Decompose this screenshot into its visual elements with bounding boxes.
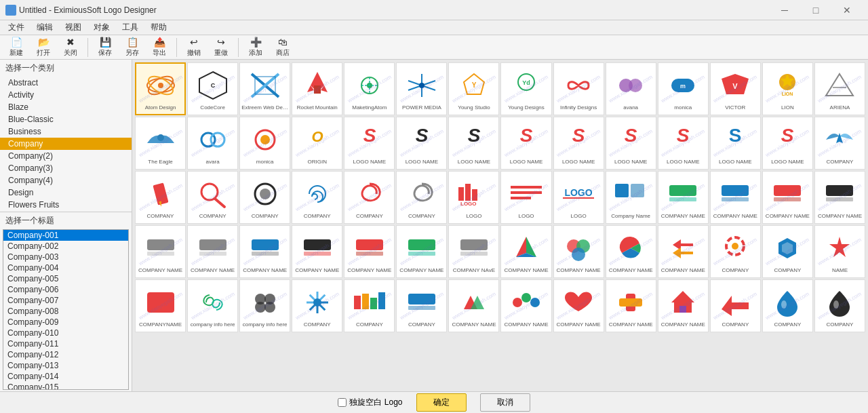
minimize-button[interactable]: ─: [769, 0, 800, 20]
category-item-Company[interactable]: Company: [0, 138, 132, 150]
category-item-Business[interactable]: Business: [0, 125, 132, 138]
logo-cell[interactable]: Infinity Designswww.xiaoyegah.com: [553, 62, 604, 115]
logo-cell[interactable]: COMPANYwww.xiaoyegah.com: [710, 279, 761, 332]
logo-cell[interactable]: COMPANYwww.xiaoyegah.com: [292, 171, 342, 224]
logo-cell[interactable]: COMPANY NAMEwww.xiaoyegah.com: [239, 225, 290, 278]
logo-cell[interactable]: COMPANY NAMEwww.xiaoyegah.com: [710, 171, 761, 224]
category-item-Company(3)[interactable]: Company(3): [0, 162, 132, 174]
maximize-button[interactable]: □: [800, 0, 831, 20]
name-item-Company-015[interactable]: Company-015: [3, 382, 128, 390]
logo-cell[interactable]: SLOGO NAMEwww.xiaoyegah.com: [396, 117, 447, 170]
logo-cell[interactable]: YdYoung Designswww.xiaoyegah.com: [500, 62, 551, 115]
toolbar-btn-重做[interactable]: ↪重做: [209, 37, 233, 58]
logo-cell[interactable]: COMPANY NAMEwww.xiaoyegah.com: [553, 279, 604, 332]
logo-cell[interactable]: COMPANY NAMEwww.xiaoyegah.com: [762, 171, 813, 224]
name-item-Company-012[interactable]: Company-012: [3, 349, 128, 360]
logo-cell[interactable]: LIONLIONwww.xiaoyegah.com: [762, 62, 813, 115]
menu-item-视图[interactable]: 视图: [60, 20, 87, 35]
menu-item-帮助[interactable]: 帮助: [145, 20, 172, 35]
logo-cell[interactable]: SLOGO NAMEwww.xiaoyegah.com: [344, 117, 395, 170]
blank-logo-checkbox[interactable]: [338, 398, 347, 407]
category-item-Company(2)[interactable]: Company(2): [0, 150, 132, 162]
logo-cell[interactable]: COMPANYwww.xiaoyegah.com: [762, 279, 813, 332]
logo-cell[interactable]: COMPANY NAMEwww.xiaoyegah.com: [448, 279, 499, 332]
logo-cell[interactable]: SLOGO NAMEwww.xiaoyegah.com: [500, 117, 551, 170]
menu-item-工具[interactable]: 工具: [117, 20, 144, 35]
name-item-Company-007[interactable]: Company-007: [3, 295, 128, 306]
menu-item-对象[interactable]: 对象: [88, 20, 115, 35]
logo-cell[interactable]: LOGOLOGOwww.xiaoyegah.com: [448, 171, 499, 224]
logo-cell[interactable]: COMPANY NAMEwww.xiaoyegah.com: [500, 279, 551, 332]
name-item-Company-001[interactable]: Company-001: [3, 230, 128, 241]
logo-cell[interactable]: SLOGO NAMEwww.xiaoyegah.com: [710, 117, 761, 170]
toolbar-btn-导出[interactable]: 📤导出: [147, 37, 172, 58]
logo-cell[interactable]: SLOGO NAMEwww.xiaoyegah.com: [658, 117, 709, 170]
logo-cell[interactable]: COMPANYwww.xiaoyegah.com: [187, 171, 238, 224]
logo-cell[interactable]: COMPANY NAMEwww.xiaoyegah.com: [553, 225, 604, 278]
name-item-Company-008[interactable]: Company-008: [3, 306, 128, 317]
name-item-Company-011[interactable]: Company-011: [3, 338, 128, 349]
logo-cell[interactable]: COMPANYwww.xiaoyegah.com: [344, 171, 395, 224]
category-item-Blaze[interactable]: Blaze: [0, 101, 132, 113]
toolbar-btn-保存[interactable]: 💾保存: [93, 37, 117, 58]
content-area[interactable]: Atom Designwww.xiaoyegah.com CCodeCoreww…: [132, 60, 868, 391]
toolbar-btn-撤销[interactable]: ↩撤销: [182, 37, 206, 58]
logo-cell[interactable]: company info herewww.xiaoyegah.com: [239, 279, 290, 332]
logo-cell[interactable]: ARIENAwww.xiaoyegah.com: [814, 62, 865, 115]
logo-cell[interactable]: COMPANYwww.xiaoyegah.com: [762, 225, 813, 278]
logo-cell[interactable]: SLOGO NAMEwww.xiaoyegah.com: [448, 117, 499, 170]
name-item-Company-014[interactable]: Company-014: [3, 371, 128, 382]
category-item-Design[interactable]: Design: [0, 186, 132, 199]
logo-cell[interactable]: CCodeCorewww.xiaoyegah.com: [187, 62, 238, 115]
logo-cell[interactable]: COMPANY NAMEwww.xiaoyegah.com: [187, 225, 238, 278]
name-item-Company-005[interactable]: Company-005: [3, 273, 128, 284]
logo-cell[interactable]: monicawww.xiaoyegah.com: [239, 117, 290, 170]
logo-cell[interactable]: COMPANY NAvEwww.xiaoyegah.com: [448, 225, 499, 278]
logo-cell[interactable]: Atom Designwww.xiaoyegah.com: [135, 62, 186, 115]
logo-cell[interactable]: COMPANY NAMEwww.xiaoyegah.com: [658, 225, 709, 278]
category-item-Blue-Classic[interactable]: Blue-Classic: [0, 113, 132, 125]
toolbar-btn-关闭[interactable]: ✖关闭: [58, 37, 83, 58]
footer-checkbox-label[interactable]: 独旋空白 Logo: [338, 397, 402, 408]
logo-cell[interactable]: COMPANYwww.xiaoyegah.com: [396, 171, 447, 224]
logo-cell[interactable]: MaketingAtomwww.xiaoyegah.com: [344, 62, 395, 115]
logo-cell[interactable]: COMPANY NAMEwww.xiaoyegah.com: [500, 225, 551, 278]
logo-cell[interactable]: mmonicawww.xiaoyegah.com: [658, 62, 709, 115]
logo-cell[interactable]: Company Namewww.xiaoyegah.com: [606, 171, 656, 224]
toolbar-btn-另存[interactable]: 📋另存: [120, 37, 144, 58]
confirm-button[interactable]: 确定: [416, 393, 467, 412]
name-item-Company-009[interactable]: Company-009: [3, 317, 128, 328]
logo-cell[interactable]: COMPANYNAMEwww.xiaoyegah.com: [135, 279, 186, 332]
logo-cell[interactable]: POWER MEDIAwww.xiaoyegah.com: [396, 62, 447, 115]
logo-cell[interactable]: LOGOwww.xiaoyegah.com: [500, 171, 551, 224]
menu-item-编辑[interactable]: 编辑: [31, 20, 58, 35]
name-list[interactable]: Company-001Company-002Company-003Company…: [3, 229, 129, 390]
logo-cell[interactable]: NAMEwww.xiaoyegah.com: [814, 225, 865, 278]
category-item-Company(4)[interactable]: Company(4): [0, 174, 132, 186]
logo-cell[interactable]: avanawww.xiaoyegah.com: [606, 62, 656, 115]
logo-cell[interactable]: COMPANY NAMEwww.xiaoyegah.com: [135, 225, 186, 278]
logo-cell[interactable]: COMPANY NAMEwww.xiaoyegah.com: [606, 279, 656, 332]
logo-cell[interactable]: COMPANY NAMEwww.xiaoyegah.com: [814, 171, 865, 224]
logo-cell[interactable]: COMPANYwww.xiaoyegah.com: [344, 279, 395, 332]
toolbar-btn-商店[interactable]: 🛍商店: [271, 37, 295, 58]
logo-cell[interactable]: COMPANYwww.xiaoyegah.com: [814, 117, 865, 170]
logo-cell[interactable]: SLOGO NAMEwww.xiaoyegah.com: [606, 117, 656, 170]
logo-cell[interactable]: COMPANYwww.xiaoyegah.com: [239, 171, 290, 224]
logo-cell[interactable]: VVICTORwww.xiaoyegah.com: [710, 62, 761, 115]
logo-cell[interactable]: COMPANYwww.xiaoyegah.com: [396, 279, 447, 332]
logo-cell[interactable]: COMPANY NAMEwww.xiaoyegah.com: [344, 225, 395, 278]
name-item-Company-004[interactable]: Company-004: [3, 262, 128, 273]
logo-cell[interactable]: COMPANYwww.xiaoyegah.com: [710, 225, 761, 278]
logo-cell[interactable]: company info herewww.xiaoyegah.com: [187, 279, 238, 332]
toolbar-btn-新建[interactable]: 📄新建: [4, 37, 28, 58]
logo-cell[interactable]: YYoung Studiowww.xiaoyegah.com: [448, 62, 499, 115]
logo-cell[interactable]: COMPANY NAMEwww.xiaoyegah.com: [658, 171, 709, 224]
category-item-Activity[interactable]: Activity: [0, 89, 132, 101]
logo-cell[interactable]: COMPANYwww.xiaoyegah.com: [135, 171, 186, 224]
logo-cell[interactable]: COMPANY NAMEwww.xiaoyegah.com: [396, 225, 447, 278]
logo-cell[interactable]: The Eaglewww.xiaoyegah.com: [135, 117, 186, 170]
toolbar-btn-添加[interactable]: ➕添加: [243, 37, 268, 58]
name-item-Company-006[interactable]: Company-006: [3, 284, 128, 295]
logo-cell[interactable]: COMPANY NAMEwww.xiaoyegah.com: [658, 279, 709, 332]
